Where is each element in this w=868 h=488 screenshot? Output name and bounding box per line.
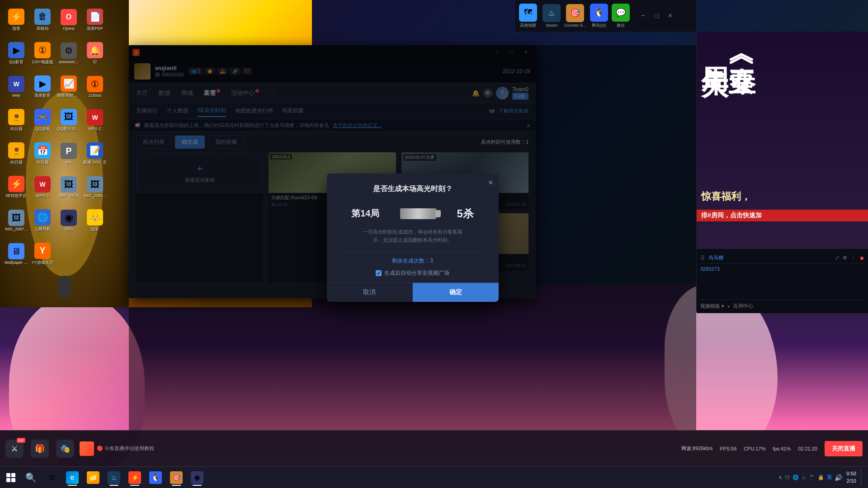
desktop-icon-doc[interactable]: 📝 新建 DOC 文 (82, 137, 108, 170)
live-app-center[interactable]: 应用中心 (733, 303, 753, 310)
tray-qr-icon[interactable]: 📱 (809, 474, 815, 480)
desktop-icon-qqfilm[interactable]: ▶ QQ影音 (4, 37, 29, 70)
effect-icon: 🎭 (56, 440, 74, 458)
desktop-icon-img1[interactable]: 🖼 IMG_1918 (56, 171, 81, 203)
desktop-icon-fund[interactable]: 📈 嘀嗒理财投资工具 (56, 70, 81, 103)
pk-stream-btn[interactable]: ⚔ GIF (5, 440, 24, 458)
live-chat-user[interactable]: 鸟马槽 (708, 254, 723, 261)
qq-taskbar-icon: 🐧 (149, 471, 162, 484)
windows-logo-icon (6, 473, 15, 482)
desktop-icon-netguide[interactable]: 🌐 上网导航 (30, 204, 55, 237)
live-expand-btn[interactable]: ⤢ (835, 255, 839, 261)
taskbar-obs[interactable]: ◉ (187, 469, 207, 487)
live-record-btn[interactable]: ⏺ (859, 255, 864, 261)
taskbar-qq[interactable]: 🐧 (146, 469, 165, 487)
desktop-icon-recycle[interactable]: 🗑 回收站 (30, 4, 55, 36)
obs-taskbar-icon: ◉ (191, 471, 203, 484)
wechat-app-icon[interactable]: 💬 微信 (612, 4, 630, 28)
desktop-icon-psc[interactable]: P psc (56, 137, 81, 170)
auto-share-checkbox[interactable] (376, 270, 382, 276)
desktop-icon-yygame[interactable]: Y YY游戏大厅 (30, 238, 55, 270)
chat-entry-1: 3293273 (700, 265, 864, 272)
dialog-cancel-button[interactable]: 取消 (327, 283, 413, 302)
desktop-icon-autoexec[interactable]: ⚙ autoexec... (56, 37, 81, 70)
live-red-bar[interactable]: 排#房间，点击快速加 (697, 210, 868, 221)
desktop-icon-sunflower[interactable]: 🌻 向日葵 (4, 104, 29, 136)
desktop-icon-bell[interactable]: 🔔 叮 (82, 37, 108, 70)
live-chat-toolbar: ☰ 鸟马槽 ⤢ ⚙ ⋮ ⏺ (700, 253, 864, 263)
system-tray: ∧ 🛡 🌐 ♨ 📱 🔒 英 🔊 0:50 2/10 (775, 469, 866, 486)
desktop-icon-wps2[interactable]: W WPS C (30, 171, 55, 203)
tencentqq-app-icon[interactable]: 🐧 腾讯QQ (590, 4, 608, 28)
live-more-btn[interactable]: ⋮ (851, 255, 856, 261)
taskbar-steam[interactable]: ♨ (104, 469, 124, 487)
desktop-icon-pdf[interactable]: 📄 迅雷PDF (82, 4, 108, 36)
auto-share-checkbox-area: 生成后自动分享至视频广场 (341, 267, 484, 282)
desktop-icon-img3[interactable]: 🖼 IMG_2087... (4, 204, 29, 237)
desktop-icon-calendar[interactable]: 📅 向日葵 (30, 137, 55, 170)
match-kills-label: 5杀 (457, 206, 473, 221)
desktop-icon-115[interactable]: ① 115+电版版 (30, 37, 55, 70)
stream-tutorial-text[interactable]: 🔴 斗鱼直播伴侣使用教程 (97, 445, 154, 452)
stream-stat-fps2: fps:41% (773, 446, 791, 451)
stream-stat-fps: FPS:59 (720, 446, 736, 451)
desktop-icon-img2[interactable]: 🖼 IMG_2088... (82, 171, 108, 203)
live-settings-btn[interactable]: ⚙ (843, 255, 847, 261)
minimize-button[interactable]: − (637, 9, 650, 22)
edge-active-dot (68, 485, 77, 486)
dialog-confirm-button[interactable]: 确定 (413, 283, 499, 302)
task-view-icon: ⧉ (49, 474, 54, 482)
desktop-icon-wwy[interactable]: W wwy (4, 70, 29, 103)
system-clock[interactable]: 0:50 2/10 (845, 470, 858, 484)
desktop-icon-qqpic[interactable]: 🖼 QQ图片20210127... (56, 104, 81, 136)
show-desktop-btn[interactable] (861, 469, 863, 486)
maximize-button[interactable]: □ (651, 9, 663, 22)
csgo-app-icon[interactable]: 🎯 Counter-S... (564, 4, 586, 28)
close-button[interactable]: × (664, 9, 677, 22)
clock-date: 2/10 (847, 478, 856, 484)
tray-security-icon[interactable]: 🔒 (818, 474, 824, 480)
explorer-icon: 📁 (87, 471, 99, 484)
taskbar-5e[interactable]: ⚡ (125, 469, 145, 487)
live-video-template[interactable]: 视频模板 ▾ (700, 303, 724, 310)
auto-share-label[interactable]: 生成后自动分享至视频广场 (384, 269, 449, 277)
desktop-icon-crown[interactable]: 👑 冠军 (82, 204, 108, 237)
desktop-icon-qqgame[interactable]: 🎮 QQ游戏 (30, 104, 55, 136)
taskbar-taskview[interactable]: ⧉ (42, 469, 61, 487)
gun-icon (400, 208, 436, 219)
dialog-separator (341, 251, 484, 252)
tray-chevron-icon[interactable]: ∧ (778, 474, 782, 480)
start-button[interactable] (2, 469, 20, 487)
taskbar-edge[interactable]: e (62, 469, 82, 487)
taskbar-explorer[interactable]: 📁 (83, 469, 103, 487)
desktop-icon-sunflower2[interactable]: 🌻 向日葵 (4, 137, 29, 170)
desktop-icon-xunlei-movie[interactable]: ▶ 迅雷影音 (30, 70, 55, 103)
desktop-icon-5e[interactable]: ⚡ 5E对战平台 (4, 171, 29, 203)
gaode-app-icon[interactable]: 🗺 高德地图 (519, 4, 537, 28)
tray-steam-icon[interactable]: ♨ (802, 474, 806, 480)
desktop-icon-115-2[interactable]: ① 115sss (82, 70, 108, 103)
effect-stream-btn[interactable]: 🎭 (56, 440, 74, 458)
taskbar-search[interactable]: 🔍 (21, 469, 41, 487)
volume-icon[interactable]: 🔊 (835, 474, 842, 481)
dialog-overlay: × 是否生成本场高光时刻？ 第14局 5杀 一旦高光时刻生成成功，将会对所有访客… (129, 45, 696, 430)
live-chat-area: ☰ 鸟马槽 ⤢ ⚙ ⋮ ⏺ 3293273 视频模板 ▾ ▪ 应用中心 (697, 249, 868, 313)
desktop-icon-opera[interactable]: O Opera (56, 4, 81, 36)
dialog-content: 第14局 5杀 一旦高光时刻生成成功，将会对所有访客客展 示，无法阻止成流删除本… (327, 199, 499, 282)
tray-lang-indicator[interactable]: 英 (827, 474, 832, 481)
desktop-icon-wallpaper[interactable]: 🖥 Wallpaper Engine... (4, 238, 29, 270)
match-info: 第14局 5杀 (341, 203, 484, 225)
desktop-icon-wps[interactable]: W WPS C (82, 104, 108, 136)
stream-stat-time: 02:21:20 (798, 446, 817, 451)
taskbar-csgo[interactable]: 🎯 (166, 469, 186, 487)
desktop-icon-obs[interactable]: ◉ OBS (56, 204, 81, 237)
dialog-close-btn[interactable]: × (488, 178, 493, 188)
gift-stream-btn[interactable]: 🎁 (31, 440, 49, 458)
desktop-icon-thunder[interactable]: ⚡ 迅雷 (4, 4, 29, 36)
csgo-taskbar-icon: 🎯 (170, 471, 183, 484)
steam-app-icon[interactable]: ♨ Steam (542, 4, 561, 28)
dialog-title: 是否生成本场高光时刻？ (327, 174, 499, 199)
tray-network-icon[interactable]: 🌐 (793, 474, 799, 480)
go-live-button[interactable]: 关闭直播 (825, 441, 863, 456)
tray-shield-icon[interactable]: 🛡 (785, 475, 790, 480)
